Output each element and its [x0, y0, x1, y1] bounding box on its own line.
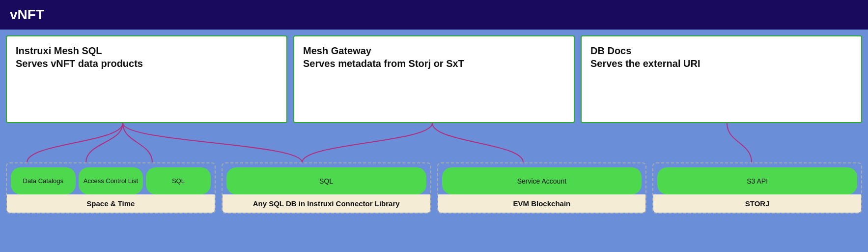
header-bar: vNFT — [0, 0, 868, 30]
top-box-title-0: Instruxi Mesh SQL Serves vNFT data produ… — [16, 44, 278, 70]
top-box-mesh-gateway: Mesh Gateway Serves metadata from Storj … — [293, 35, 575, 123]
label-sql: Any SQL DB in Instruxi Connector Library — [223, 194, 430, 213]
bottom-section: Data Catalogs Access Control List SQL Sp… — [0, 162, 868, 252]
green-row-storj: S3 API — [653, 163, 861, 194]
bottom-group-inner-storj: S3 API STORJ — [652, 162, 862, 214]
connections-svg — [0, 123, 868, 162]
chip-s3-api: S3 API — [657, 167, 857, 194]
green-row-sql: SQL — [223, 163, 430, 194]
chip-service-account: Service Account — [442, 167, 642, 194]
bottom-group-inner-sql: SQL Any SQL DB in Instruxi Connector Lib… — [222, 162, 431, 214]
chip-sql-sxt: SQL — [146, 167, 211, 194]
chip-sql-any: SQL — [226, 167, 426, 194]
bottom-group-storj: S3 API STORJ — [652, 162, 862, 246]
top-box-title-1: Mesh Gateway Serves metadata from Storj … — [303, 44, 565, 70]
label-storj: STORJ — [653, 194, 861, 213]
app-title: vNFT — [10, 7, 44, 23]
top-box-db-docs: DB Docs Serves the external URI — [581, 35, 862, 123]
top-box-title-2: DB Docs Serves the external URI — [590, 44, 852, 70]
bottom-group-sxt: Data Catalogs Access Control List SQL Sp… — [6, 162, 216, 246]
chip-data-catalogs: Data Catalogs — [11, 167, 76, 194]
bottom-group-inner-evm: Service Account EVM Blockchain — [437, 162, 647, 214]
chip-access-control-list: Access Control List — [79, 167, 143, 194]
connections-area — [0, 123, 868, 162]
green-row-evm: Service Account — [438, 163, 646, 194]
green-row-sxt: Data Catalogs Access Control List SQL — [7, 163, 215, 194]
top-boxes-row: Instruxi Mesh SQL Serves vNFT data produ… — [0, 30, 868, 123]
bottom-group-sql: SQL Any SQL DB in Instruxi Connector Lib… — [222, 162, 431, 246]
bottom-group-inner-sxt: Data Catalogs Access Control List SQL Sp… — [6, 162, 216, 214]
bottom-group-evm: Service Account EVM Blockchain — [437, 162, 647, 246]
label-evm: EVM Blockchain — [438, 194, 646, 213]
main-container: vNFT Instruxi Mesh SQL Serves vNFT data … — [0, 0, 868, 252]
label-sxt: Space & Time — [7, 194, 215, 213]
top-box-instruxi-mesh-sql: Instruxi Mesh SQL Serves vNFT data produ… — [6, 35, 287, 123]
